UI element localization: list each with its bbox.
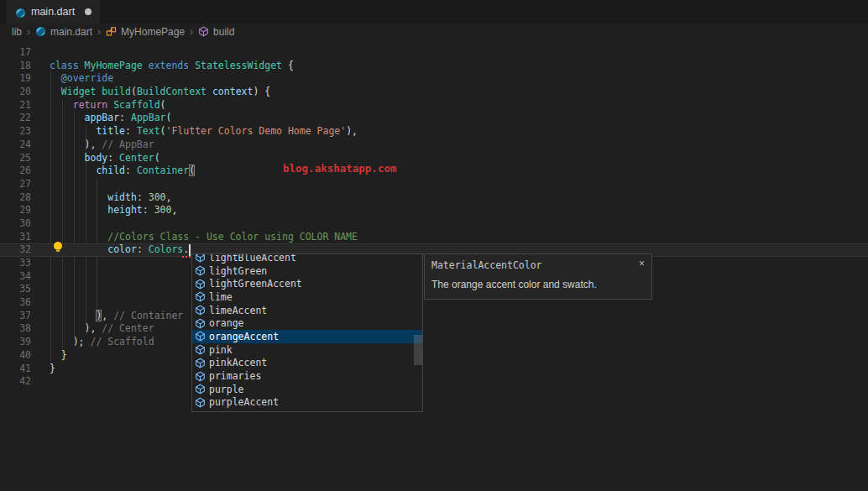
field-cube-icon <box>195 318 206 329</box>
dart-file-icon <box>15 7 26 18</box>
field-cube-icon <box>195 397 206 408</box>
suggest-item-purpleAccent[interactable]: purpleAccent <box>192 396 422 410</box>
code-line-text: Widget build(BuildContext context) { <box>50 86 270 99</box>
lightbulb-icon[interactable] <box>54 242 62 250</box>
line-number: 17 <box>0 46 31 60</box>
docs-popup-title: MaterialAccentColor <box>431 259 542 271</box>
line-number: 42 <box>0 375 31 389</box>
tab-main-dart[interactable]: main.dart <box>7 0 100 24</box>
line-number: 18 <box>0 60 31 73</box>
field-cube-icon <box>195 331 206 342</box>
tab-label: main.dart <box>31 6 75 18</box>
line-number: 28 <box>0 191 31 205</box>
code-editor[interactable]: 1718class MyHomePage extends StatelessWi… <box>0 39 868 491</box>
code-line-text: child: Container( <box>50 165 195 178</box>
line-number: 29 <box>0 204 31 217</box>
suggest-item-orangeAccent[interactable]: orangeAccent <box>192 330 422 343</box>
chevron-right-icon: › <box>27 26 30 38</box>
suggest-docs-popup: MaterialAccentColor × The orange accent … <box>424 253 652 300</box>
code-line-18: 18class MyHomePage extends StatelessWidg… <box>0 60 868 73</box>
code-line-26: 26 child: Container( <box>0 165 868 178</box>
code-line-text: ); // Scaffold <box>50 336 154 349</box>
field-cube-icon <box>195 279 206 290</box>
line-number: 19 <box>0 72 31 86</box>
code-line-text: ), // AppBar <box>50 138 154 152</box>
class-icon <box>106 26 117 37</box>
suggest-item-label: purpleAccent <box>209 396 279 408</box>
line-number: 35 <box>0 283 31 296</box>
suggest-item-label: lightGreenAccent <box>209 278 302 290</box>
breadcrumb-item-lib[interactable]: lib <box>12 26 22 38</box>
code-line-text: title: Text('Flutter Colors Demo Home Pa… <box>50 125 358 138</box>
line-number: 20 <box>0 86 31 99</box>
modified-indicator-dot[interactable] <box>85 8 92 15</box>
suggest-item-purple[interactable]: purple <box>192 383 422 396</box>
line-number: 36 <box>0 296 31 310</box>
line-number: 27 <box>0 178 31 191</box>
suggest-item-limeAccent[interactable]: limeAccent <box>192 304 422 317</box>
suggest-item-label: orangeAccent <box>209 331 279 342</box>
suggest-item-lightGreenAccent[interactable]: lightGreenAccent <box>192 277 422 290</box>
autocomplete-dropdown: lightBlueAccent lightGreen lightGreenAcc… <box>191 253 423 412</box>
code-line-20: 20 Widget build(BuildContext context) { <box>0 86 868 99</box>
suggest-item-label: purple <box>209 384 244 395</box>
code-line-text: body: Center( <box>50 152 160 165</box>
suggest-item-lightGreen[interactable]: lightGreen <box>192 264 422 278</box>
close-icon[interactable]: × <box>639 259 645 268</box>
line-number: 37 <box>0 310 31 323</box>
code-line-23: 23 title: Text('Flutter Colors Demo Home… <box>0 125 868 138</box>
code-line-29: 29 height: 300, <box>0 204 868 217</box>
suggest-item-lime[interactable]: lime <box>192 290 422 304</box>
tab-bar: main.dart <box>0 0 868 24</box>
suggest-item-label: lime <box>209 291 233 303</box>
suggest-item-label: orange <box>209 317 244 329</box>
field-cube-icon <box>195 253 206 263</box>
code-line-24: 24 ), // AppBar <box>0 138 868 152</box>
breadcrumb-item-build[interactable]: build <box>198 26 234 38</box>
code-line-text: ), // Container <box>50 310 183 323</box>
watermark-text: blog.akshatapp.com <box>283 162 396 175</box>
line-number: 23 <box>0 125 31 138</box>
breadcrumb-label: build <box>213 26 234 38</box>
code-line-27: 27 <box>0 178 868 191</box>
code-line-text: //Colors Class - Use Color using COLOR N… <box>50 231 358 244</box>
suggest-item-pink[interactable]: pink <box>192 343 422 357</box>
code-line-text: @override <box>50 72 113 86</box>
field-cube-icon <box>195 291 206 302</box>
method-icon <box>198 26 209 37</box>
breadcrumb-item-myhomepage[interactable]: MyHomePage <box>106 26 185 38</box>
chevron-right-icon: › <box>97 26 101 38</box>
suggest-item-orange[interactable]: orange <box>192 316 422 330</box>
code-line-text: color: Colors. <box>50 243 189 257</box>
field-cube-icon <box>195 371 206 382</box>
suggest-item-pinkAccent[interactable]: pinkAccent <box>192 357 422 370</box>
line-number: 24 <box>0 138 31 152</box>
code-line-text: width: 300, <box>50 191 171 205</box>
breadcrumb-item-main-dart[interactable]: main.dart <box>35 26 92 38</box>
code-line-text: } <box>50 349 67 363</box>
suggest-item-lightBlueAccent[interactable]: lightBlueAccent <box>192 253 422 264</box>
field-cube-icon <box>195 344 206 355</box>
dropdown-scrollbar[interactable] <box>414 335 422 365</box>
line-number: 38 <box>0 322 31 336</box>
code-line-31: 31 //Colors Class - Use Color using COLO… <box>0 231 868 244</box>
line-number: 22 <box>0 112 31 125</box>
breadcrumb-label: main.dart <box>50 26 92 38</box>
line-number: 30 <box>0 217 31 231</box>
suggest-item-label: pink <box>209 344 233 356</box>
line-number: 21 <box>0 99 31 112</box>
suggest-item-label: limeAccent <box>209 305 267 316</box>
code-line-text: return Scaffold( <box>50 99 166 112</box>
code-line-text: class MyHomePage extends StatelessWidget… <box>50 60 294 73</box>
chevron-right-icon: › <box>190 26 193 38</box>
code-line-17: 17 <box>0 46 868 60</box>
code-line-41: 41} <box>0 363 868 376</box>
line-number: 26 <box>0 165 31 178</box>
line-number: 39 <box>0 336 31 349</box>
code-line-30: 30 <box>0 217 868 231</box>
field-cube-icon <box>195 305 206 316</box>
code-line-text: appBar: AppBar( <box>50 112 171 125</box>
suggest-item-primaries[interactable]: primaries <box>192 369 422 383</box>
breadcrumb: lib› main.dart› MyHomePage› build <box>0 24 868 39</box>
suggest-item-label: pinkAccent <box>209 357 267 368</box>
